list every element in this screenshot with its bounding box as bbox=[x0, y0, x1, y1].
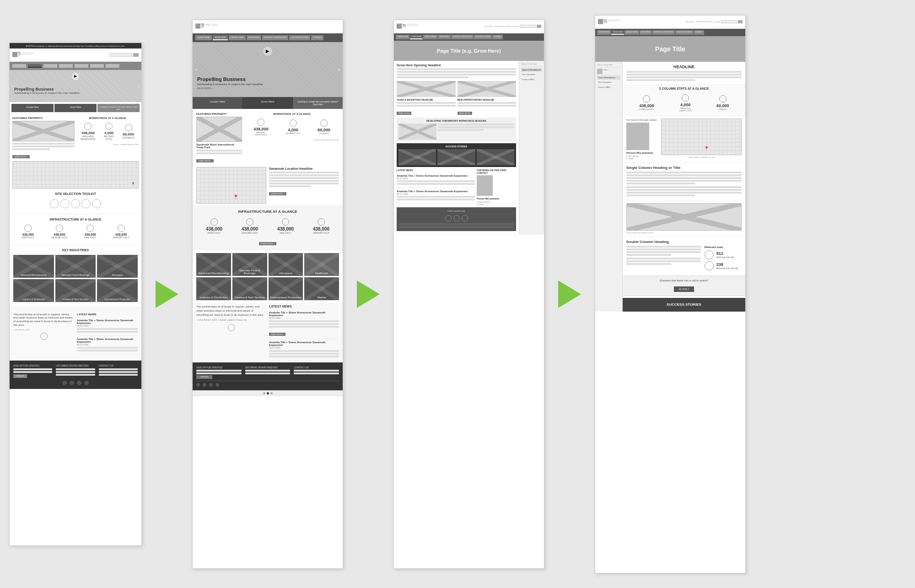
s2-ind-adv-mfg[interactable]: Advanced Manufacturing bbox=[196, 253, 231, 276]
screen3-taxes-img bbox=[397, 81, 456, 97]
svg-rect-21 bbox=[598, 19, 603, 24]
s2-infra-port: 438,000 PORT FACT bbox=[206, 218, 222, 234]
nav-success[interactable] bbox=[90, 64, 104, 68]
s2-featured-property: FEATURED PROPERTY Savannah River Interna… bbox=[196, 113, 242, 163]
relevant-stat-2: 238 Relevant stat stat stat bbox=[705, 261, 742, 270]
main-container: ALERT: An emergency, or really important… bbox=[9, 9, 906, 579]
screen1-featured-workforce: FEATURED PROPERTY LEARN MORE + WORKFORCE… bbox=[10, 114, 141, 161]
nav4-success[interactable]: SUCCESS STORIES bbox=[675, 30, 693, 35]
nav2-support[interactable]: SUPPORT & RESOURCES bbox=[262, 35, 288, 40]
svg-rect-12 bbox=[206, 24, 210, 25]
s2-ind-creative[interactable]: Creative & Tech Services bbox=[232, 277, 267, 300]
stat-workforce: 438,000 AVAILABLEWORKFORCE bbox=[81, 123, 96, 140]
nav4-launch[interactable]: LAUNCH HERE bbox=[624, 30, 639, 35]
s2-learn-more-btn[interactable]: LEARN MORE + bbox=[196, 159, 214, 162]
industry-creative[interactable]: Creative & Tech Services bbox=[55, 279, 96, 302]
nav-support[interactable] bbox=[75, 64, 88, 68]
nav2-contact[interactable]: CONTACT bbox=[311, 35, 323, 40]
industry-entertainment[interactable]: Entertainment Production bbox=[97, 279, 138, 302]
nav4-grow[interactable]: GROW HERE bbox=[611, 30, 624, 35]
svg-rect-6 bbox=[22, 54, 32, 54]
infra-stat-ground: 438,000 GROUND FACT bbox=[51, 225, 68, 239]
nav2-success[interactable]: SUCCESS STORIES bbox=[289, 35, 310, 40]
screen4-nav[interactable]: LOCATE HERE GROW HERE LAUNCH HERE INDUST… bbox=[595, 29, 745, 36]
s2-ind-entertainment[interactable]: Entertainment Production bbox=[269, 277, 303, 300]
screen3-taxes-btn[interactable]: READ MORE bbox=[397, 112, 411, 115]
s2-news-1-read-more[interactable]: READ MORE + bbox=[269, 333, 285, 336]
screen3-workforce: DEVELOPING TOMORROW'S WORKFORCE HEADLINE bbox=[397, 118, 516, 141]
s2-ind-aero[interactable]: Aerospace bbox=[269, 253, 303, 276]
nav2-launch[interactable]: LAUNCH HERE bbox=[229, 35, 246, 40]
cta2-startup[interactable]: Looking to create the next great startup… bbox=[293, 97, 343, 109]
nav-industries[interactable] bbox=[59, 64, 73, 68]
screen4-cta-button[interactable]: ACTION 1 bbox=[674, 286, 694, 292]
svg-rect-10 bbox=[201, 26, 205, 27]
screen2-nav[interactable]: LOCATE HERE GROW HERE LAUNCH HERE INDUST… bbox=[193, 33, 343, 42]
s4-double-col-left bbox=[626, 246, 701, 272]
cta2-locate[interactable]: Locate Here bbox=[193, 97, 243, 109]
nav3-industries[interactable]: INDUSTRIES bbox=[438, 35, 451, 39]
s4-sidebar-features[interactable]: Features (ABC) bbox=[597, 85, 620, 90]
screen3-logo bbox=[397, 22, 420, 31]
s4-sidebar-topics[interactable]: Topics & Breakdowns bbox=[597, 76, 620, 80]
sidebar-features[interactable]: Features (ABC) bbox=[521, 77, 542, 82]
sidebar-new-cap[interactable]: New Capabilities bbox=[521, 72, 542, 77]
svg-rect-5 bbox=[22, 53, 34, 53]
relevant-stat-2-circle bbox=[705, 261, 714, 270]
nav3-success[interactable]: SUCCESS STORIES bbox=[474, 35, 492, 39]
nav2-industries[interactable]: INDUSTRIES bbox=[247, 35, 261, 40]
screen3-nav[interactable]: LOCATE HERE GROW HERE LAUNCH HERE INDUST… bbox=[394, 33, 544, 41]
svg-rect-2 bbox=[18, 53, 22, 54]
nav2-locate[interactable]: LOCATE HERE bbox=[195, 35, 212, 40]
screen3-opportunities: NEW OPPORTUNITIES HEADLINE READ MORE bbox=[458, 81, 517, 116]
screen1-footer: SIGN UP FOR UPDATES SIGN UP UPCOMING BOA… bbox=[10, 361, 141, 389]
nav3-support[interactable]: SUPPORT & RESOURCES bbox=[451, 35, 474, 39]
industry-aero[interactable]: Aerospace bbox=[97, 255, 138, 278]
nav4-support[interactable]: SUPPORT & RESOURCES bbox=[652, 30, 675, 35]
screen2-logo bbox=[195, 22, 218, 31]
s3-news-2: Anatolia Tile + Stone Announces Savannah… bbox=[397, 188, 475, 204]
s2-infra-learn-more[interactable]: LEARN MORE + bbox=[259, 242, 276, 245]
cta-grow-here[interactable]: Grow Here bbox=[54, 104, 97, 112]
nav4-locate[interactable]: LOCATE HERE bbox=[597, 30, 611, 35]
s2-location-learn-more[interactable]: LEARN MORE + bbox=[269, 192, 286, 195]
s4-relevant-stats: Relevant stats 912 Relevant stat stat bbox=[705, 246, 742, 272]
screen1-news: The partnership at all levels to support… bbox=[10, 307, 141, 361]
screen4-contact-map: For more on this topic contact: Person M… bbox=[623, 116, 745, 163]
cta-startup[interactable]: Looking to create the next great startup… bbox=[97, 104, 140, 112]
screen2-logo-bar bbox=[193, 20, 343, 33]
nav3-contact[interactable]: CONTACT bbox=[492, 35, 503, 39]
s2-ind-marine[interactable]: Marine bbox=[304, 277, 339, 300]
sidebar-active[interactable]: Topics & Breakdowns bbox=[521, 68, 542, 72]
screen4-body: HEADLINE 3 COLUMN STATS AT A GLANCE bbox=[623, 62, 745, 312]
nav3-launch[interactable]: LAUNCH HERE bbox=[423, 35, 437, 39]
s2-ind-healthcare[interactable]: Healthcare bbox=[304, 253, 339, 276]
nav4-industries[interactable]: INDUSTRIES bbox=[640, 30, 652, 35]
nav-grow[interactable] bbox=[28, 64, 42, 68]
screen4-sidebar: Home > Grow Here Print Topics & Breakdow… bbox=[595, 62, 623, 312]
cta2-grow[interactable]: Grow Here bbox=[243, 97, 293, 109]
nav-launch[interactable] bbox=[43, 64, 57, 68]
s2-news-1: Anatolia Tile + Stone Announces Savannah… bbox=[269, 309, 339, 339]
nav-contact[interactable] bbox=[106, 64, 119, 68]
workforce-stats: 438,000 AVAILABLEWORKFORCE 4,000 MILITAR… bbox=[76, 121, 139, 142]
industry-adv-mfg[interactable]: Advanced Manufacturing bbox=[13, 255, 54, 278]
industry-food-bev[interactable]: Specialty Food & Beverage bbox=[55, 255, 96, 278]
s2-ind-food-bev[interactable]: Specialty Food & Beverage bbox=[232, 253, 267, 276]
s2-ind-logistics[interactable]: Logistics & Distribution bbox=[196, 277, 231, 300]
screen4-headline-section: HEADLINE bbox=[623, 62, 745, 85]
cta-locate-here[interactable]: Locate Here bbox=[11, 104, 54, 112]
learn-more-btn[interactable]: LEARN MORE + bbox=[12, 155, 30, 158]
screen3-contact-avatar bbox=[477, 175, 493, 196]
industry-logistics[interactable]: Logistics & Distribution bbox=[13, 279, 54, 302]
nav3-grow[interactable]: GROW HERE bbox=[410, 35, 423, 39]
screen1-cta-row: Locate Here Grow Here Looking to create … bbox=[10, 102, 141, 114]
screen1-industries: KEY INDUSTRIES Advanced Manufacturing Sp… bbox=[10, 245, 141, 307]
nav-locate[interactable] bbox=[12, 64, 26, 68]
screen1-nav[interactable] bbox=[10, 62, 141, 70]
nav4-contact[interactable]: CONTACT bbox=[694, 30, 704, 35]
nav3-locate[interactable]: LOCATE HERE bbox=[396, 35, 409, 39]
s4-sidebar-newcap[interactable]: New Capabilities bbox=[597, 80, 620, 85]
nav2-grow[interactable]: GROW HERE bbox=[213, 35, 228, 40]
screen3-opp-btn[interactable]: READ MORE bbox=[458, 112, 472, 115]
